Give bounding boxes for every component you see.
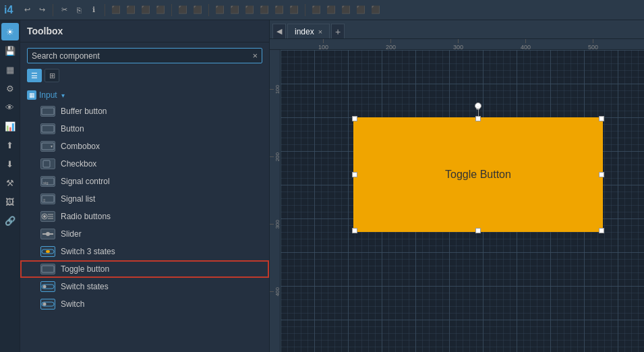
list-item-slider[interactable]: Slider bbox=[20, 225, 269, 243]
ruler-top: 100 200 300 400 500 bbox=[270, 39, 644, 50]
svg-rect-18 bbox=[42, 266, 54, 272]
buffer-button-icon bbox=[40, 106, 55, 117]
buffer-button-label: Buffer button bbox=[61, 107, 107, 116]
layout-icon1[interactable]: ⬛ bbox=[177, 4, 189, 16]
handle-top-right[interactable] bbox=[599, 116, 604, 121]
zoom-icon1[interactable]: ⬛ bbox=[340, 4, 352, 16]
left-bar-arrow-up-icon[interactable]: ⬆ bbox=[1, 136, 19, 154]
copy-icon[interactable]: ⎘ bbox=[73, 4, 85, 16]
handle-top-center[interactable] bbox=[475, 116, 481, 121]
handle-mid-left[interactable] bbox=[352, 172, 357, 177]
ruler-mark-300: 300 bbox=[453, 39, 463, 50]
layout-icon2[interactable]: ⬛ bbox=[192, 4, 204, 16]
combobox-icon bbox=[40, 141, 55, 152]
sep5 bbox=[305, 4, 305, 16]
list-item-combobox[interactable]: Combobox bbox=[20, 138, 269, 155]
zoom-icon3[interactable]: ⬛ bbox=[370, 4, 382, 16]
left-bar-layers-icon[interactable]: ▦ bbox=[1, 61, 19, 78]
list-item-buffer-button[interactable]: Buffer button bbox=[20, 102, 269, 120]
zoom-icon2[interactable]: ⬛ bbox=[355, 4, 367, 16]
signal-control-label: Signal control bbox=[61, 177, 110, 186]
canvas-area: ◀ index × + 100 200 300 bbox=[270, 20, 644, 352]
list-item-button[interactable]: Button bbox=[20, 120, 269, 138]
rotate-handle[interactable]: ○ bbox=[475, 102, 481, 109]
signal-list-icon: ≡ bbox=[40, 194, 55, 204]
switch-states-icon bbox=[40, 281, 55, 292]
align-icon3[interactable]: ⬛ bbox=[140, 4, 152, 16]
snap-icon[interactable]: ⬛ bbox=[325, 4, 337, 16]
svg-rect-4 bbox=[43, 160, 50, 167]
list-item-switch-3-states[interactable]: Switch 3 states bbox=[20, 243, 269, 260]
view-icon4[interactable]: ⬛ bbox=[258, 4, 270, 16]
slider-icon bbox=[40, 229, 55, 239]
tab-index-label: index bbox=[295, 27, 314, 36]
tab-prev-button[interactable]: ◀ bbox=[272, 24, 286, 38]
list-item-checkbox[interactable]: Checkbox bbox=[20, 155, 269, 173]
handle-bot-right[interactable] bbox=[599, 228, 604, 233]
search-input[interactable] bbox=[32, 51, 252, 61]
tab-index[interactable]: index × bbox=[287, 24, 330, 38]
handle-top-left[interactable] bbox=[352, 116, 357, 121]
component-list: ▦ Input ▾ Buffer button Button bbox=[20, 88, 269, 352]
search-input-wrapper[interactable]: × bbox=[27, 48, 262, 63]
group-input[interactable]: ▦ Input ▾ bbox=[20, 88, 269, 102]
grid-canvas[interactable]: ○ Toggle Button bbox=[281, 50, 644, 352]
handle-mid-right[interactable] bbox=[599, 172, 604, 177]
switch-3-states-icon bbox=[40, 246, 55, 257]
radio-buttons-icon bbox=[40, 211, 55, 222]
search-clear-button[interactable]: × bbox=[252, 51, 258, 61]
ruler-left-mark-200: 200 bbox=[270, 152, 281, 161]
tab-close-button[interactable]: × bbox=[318, 28, 322, 36]
view-icon3[interactable]: ⬛ bbox=[243, 4, 256, 16]
view-icon2[interactable]: ⬛ bbox=[229, 4, 241, 16]
align-icon1[interactable]: ⬛ bbox=[110, 4, 122, 16]
ruler-top-canvas: 100 200 300 400 500 bbox=[291, 39, 644, 49]
left-bar-link-icon[interactable]: 🔗 bbox=[1, 212, 19, 229]
left-bar-eye-icon[interactable]: 👁 bbox=[1, 98, 19, 116]
signal-list-label: Signal list bbox=[61, 194, 95, 204]
slider-label: Slider bbox=[61, 229, 82, 239]
toggle-button-widget[interactable]: ○ Toggle Button bbox=[353, 117, 603, 232]
align-icon2[interactable]: ⬛ bbox=[125, 4, 137, 16]
list-item-signal-list[interactable]: ≡ Signal list bbox=[20, 190, 269, 208]
view-icon1[interactable]: ⬛ bbox=[214, 4, 226, 16]
info-icon[interactable]: ℹ bbox=[88, 4, 100, 16]
left-bar-save-icon[interactable]: 💾 bbox=[1, 42, 19, 59]
list-item-signal-control[interactable]: sig Signal control bbox=[20, 173, 269, 190]
group-input-arrow: ▾ bbox=[61, 92, 65, 99]
svg-text:sig: sig bbox=[43, 181, 49, 185]
ruler-mark-500: 500 bbox=[588, 39, 598, 50]
button-label: Button bbox=[61, 124, 84, 134]
svg-point-20 bbox=[43, 285, 47, 289]
left-bar-settings-icon[interactable]: ⚙ bbox=[1, 80, 19, 97]
align-icon4[interactable]: ⬛ bbox=[154, 4, 167, 16]
list-item-radio-buttons[interactable]: Radio buttons bbox=[20, 208, 269, 225]
view-icon5[interactable]: ⬛ bbox=[273, 4, 285, 16]
ruler-left-mark-100: 100 bbox=[270, 85, 281, 94]
toolbox-panel: Toolbox × ☰ ⊞ ▦ Input ▾ Buffer b bbox=[20, 20, 270, 352]
list-view-button[interactable]: ☰ bbox=[27, 69, 42, 82]
toolbox-search-bar: × bbox=[20, 42, 269, 69]
left-bar-tools-icon[interactable]: ⚒ bbox=[1, 174, 19, 192]
toggle-button-label: Toggle button bbox=[61, 264, 109, 274]
left-bar-table-icon[interactable]: 📊 bbox=[1, 117, 19, 135]
list-item-toggle-button[interactable]: Toggle button bbox=[20, 260, 269, 278]
list-item-switch[interactable]: Switch bbox=[20, 295, 269, 313]
cut-icon[interactable]: ✂ bbox=[58, 4, 70, 16]
grid-icon[interactable]: ⬛ bbox=[310, 4, 322, 16]
grid-view-button[interactable]: ⊞ bbox=[45, 69, 59, 82]
svg-rect-1 bbox=[42, 125, 54, 132]
left-bar-photo-icon[interactable]: 🖼 bbox=[1, 193, 19, 210]
left-bar-sun-icon[interactable]: ☀ bbox=[1, 23, 19, 40]
left-bar-arrow-down-icon[interactable]: ⬇ bbox=[1, 155, 19, 173]
top-toolbar: i4 ↩ ↪ ✂ ⎘ ℹ ⬛ ⬛ ⬛ ⬛ ⬛ ⬛ ⬛ ⬛ ⬛ ⬛ ⬛ ⬛ ⬛ ⬛… bbox=[0, 0, 644, 20]
tab-add-button[interactable]: + bbox=[331, 24, 345, 38]
handle-bot-center[interactable] bbox=[475, 228, 481, 233]
sep2 bbox=[105, 4, 105, 16]
redo-icon[interactable]: ↪ bbox=[36, 4, 48, 16]
handle-bot-left[interactable] bbox=[352, 228, 357, 233]
signal-control-icon: sig bbox=[40, 176, 55, 187]
view-icon6[interactable]: ⬛ bbox=[288, 4, 300, 16]
undo-icon[interactable]: ↩ bbox=[21, 4, 33, 16]
list-item-switch-states[interactable]: Switch states bbox=[20, 278, 269, 295]
